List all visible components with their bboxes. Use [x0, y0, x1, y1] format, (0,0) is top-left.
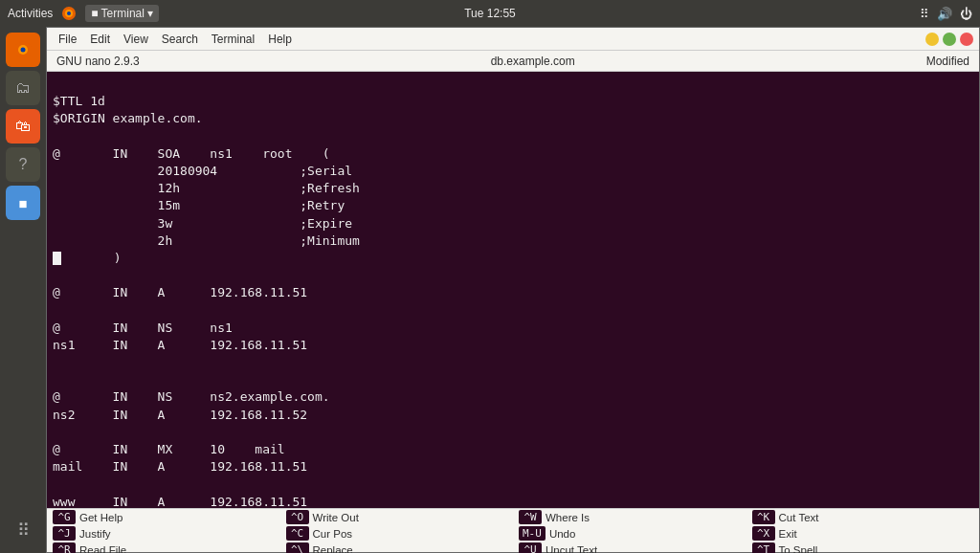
key-cut-text: ^K	[752, 510, 775, 524]
label-justify: Justify	[79, 528, 111, 540]
key-justify: ^J	[53, 526, 76, 541]
volume-icon: 🔊	[937, 7, 952, 21]
system-bar-clock: Tue 12:55	[464, 7, 516, 20]
label-undo: Undo	[549, 528, 576, 540]
menu-file[interactable]: File	[53, 31, 82, 48]
terminal-dropdown-icon: ▾	[147, 7, 153, 20]
window-close-button[interactable]	[960, 33, 973, 46]
sidebar-icon-apps[interactable]: ⠿	[6, 513, 40, 547]
key-get-help: ^G	[53, 510, 76, 524]
window-maximize-button[interactable]	[943, 33, 956, 46]
menu-view[interactable]: View	[118, 31, 154, 48]
key-exit: ^X	[752, 526, 775, 541]
svg-point-5	[21, 48, 26, 53]
sidebar: 🗂 🛍 ? ■ ⠿	[0, 27, 46, 553]
menu-edit[interactable]: Edit	[84, 31, 116, 48]
cmd-exit[interactable]: ^X Exit	[746, 525, 980, 542]
system-bar: Activities ■ Terminal ▾ Tue 12:55 ⠿ 🔊 ⏻	[0, 0, 980, 27]
cmd-uncut-text[interactable]: ^U Uncut Text	[513, 542, 746, 553]
cmd-cut-text[interactable]: ^K Cut Text	[746, 509, 980, 525]
nano-version: GNU nano 2.9.3	[56, 55, 140, 68]
window-minimize-button[interactable]	[925, 33, 939, 46]
firefox-icon[interactable]	[60, 5, 78, 22]
key-to-spell: ^T	[752, 542, 775, 553]
cmd-write-out[interactable]: ^O Write Out	[280, 509, 514, 525]
menu-terminal[interactable]: Terminal	[206, 31, 260, 48]
nano-footer: ^G Get Help ^O Write Out ^W Where Is ^K …	[47, 508, 979, 552]
key-undo: M-U	[519, 526, 546, 541]
menu-help[interactable]: Help	[262, 31, 298, 48]
key-replace: ^\	[286, 542, 309, 553]
editor-line-4: @ IN SOA ns1 root (	[53, 146, 330, 161]
terminal-menubar: File Edit View Search Terminal Help	[47, 28, 979, 51]
cmd-get-help[interactable]: ^G Get Help	[47, 509, 280, 525]
label-replace: Replace	[313, 544, 353, 554]
cmd-to-spell[interactable]: ^T To Spell	[746, 542, 980, 553]
editor-line-19: ns2 IN A 192.168.11.52	[53, 408, 307, 422]
cmd-cur-pos[interactable]: ^C Cur Pos	[280, 525, 514, 542]
editor-line-9: 2h ;Minimum	[53, 233, 360, 248]
label-cur-pos: Cur Pos	[313, 528, 353, 540]
editor-line-10: )	[53, 251, 122, 265]
key-write-out: ^O	[286, 510, 309, 524]
terminal-label[interactable]: ■ Terminal ▾	[85, 5, 159, 22]
label-where-is: Where Is	[546, 512, 590, 523]
label-to-spell: To Spell	[779, 544, 818, 554]
key-cur-pos: ^C	[286, 526, 309, 541]
editor-line-5: 20180904 ;Serial	[53, 164, 352, 178]
label-exit: Exit	[779, 528, 797, 540]
terminal-label-text: Terminal	[101, 7, 145, 20]
key-uncut-text: ^U	[519, 542, 542, 553]
nano-editor[interactable]: $TTL 1d $ORIGIN example.com. @ IN SOA ns…	[47, 72, 979, 508]
key-read-file: ^R	[53, 542, 76, 553]
system-bar-left: Activities ■ Terminal ▾	[8, 5, 159, 22]
sidebar-icon-terminal[interactable]: ■	[6, 186, 40, 220]
window-controls	[925, 33, 973, 46]
power-icon: ⏻	[960, 7, 972, 21]
editor-line-15: ns1 IN A 192.168.11.51	[53, 338, 307, 352]
label-cut-text: Cut Text	[779, 512, 819, 523]
cmd-undo[interactable]: M-U Undo	[513, 525, 746, 542]
editor-line-7: 15m ;Retry	[53, 198, 345, 212]
editor-line-22: mail IN A 192.168.11.51	[53, 459, 307, 474]
label-uncut-text: Uncut Text	[546, 544, 597, 554]
editor-line-21: @ IN MX 10 mail	[53, 442, 285, 456]
system-icons: ⠿ 🔊 ⏻	[920, 7, 972, 21]
cmd-read-file[interactable]: ^R Read File	[47, 542, 280, 553]
label-write-out: Write Out	[313, 512, 359, 523]
cmd-where-is[interactable]: ^W Where Is	[513, 509, 746, 525]
terminal-icon: ■	[91, 7, 98, 20]
terminal-window: File Edit View Search Terminal Help GNU …	[46, 27, 980, 553]
key-where-is: ^W	[519, 510, 542, 524]
editor-line-12: @ IN A 192.168.11.51	[53, 285, 307, 299]
editor-line-18: @ IN NS ns2.example.com.	[53, 389, 330, 404]
activities-button[interactable]: Activities	[8, 7, 53, 20]
nano-filename: db.example.com	[491, 55, 575, 68]
cmd-replace[interactable]: ^\ Replace	[280, 542, 514, 553]
sidebar-icon-files[interactable]: 🗂	[6, 71, 40, 105]
label-read-file: Read File	[79, 544, 126, 554]
editor-line-6: 12h ;Refresh	[53, 181, 360, 195]
menu-search[interactable]: Search	[156, 31, 204, 48]
nano-header: GNU nano 2.9.3 db.example.com Modified	[47, 51, 979, 72]
label-get-help: Get Help	[79, 512, 122, 523]
grid-icon: ⠿	[920, 7, 929, 21]
sidebar-icon-help[interactable]: ?	[6, 147, 40, 182]
sidebar-icon-firefox[interactable]	[6, 33, 40, 67]
editor-line-24: www IN A 192.168.11.51	[53, 495, 307, 509]
editor-line-1: $TTL 1d	[53, 94, 105, 108]
nano-modified: Modified	[926, 55, 969, 68]
editor-line-2: $ORIGIN example.com.	[53, 111, 203, 125]
svg-point-2	[67, 11, 71, 15]
sidebar-icon-store[interactable]: 🛍	[6, 109, 40, 144]
system-bar-right: ⠿ 🔊 ⏻	[920, 7, 972, 21]
cmd-justify[interactable]: ^J Justify	[47, 525, 280, 542]
editor-line-14: @ IN NS ns1	[53, 321, 233, 335]
editor-line-8: 3w ;Expire	[53, 216, 352, 231]
